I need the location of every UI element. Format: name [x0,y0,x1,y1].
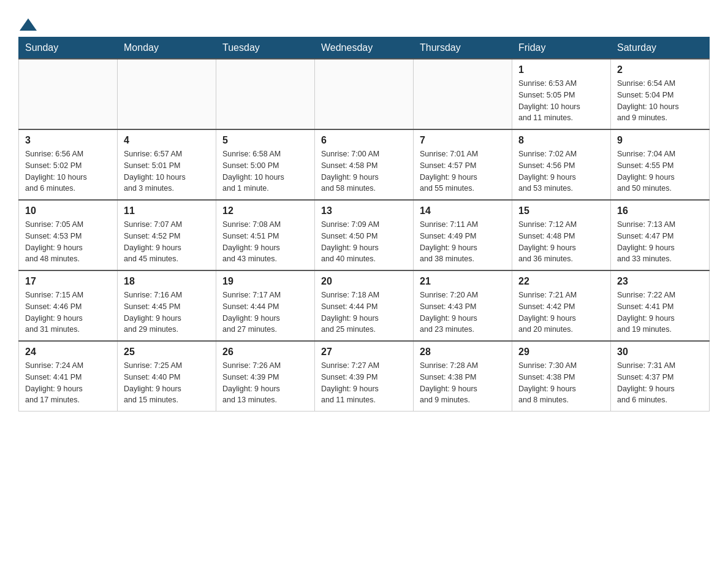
calendar-day-cell: 5Sunrise: 6:58 AMSunset: 5:00 PMDaylight… [216,129,315,200]
calendar-day-cell: 15Sunrise: 7:12 AMSunset: 4:48 PMDayligh… [512,200,611,270]
calendar-week-row: 24Sunrise: 7:24 AMSunset: 4:41 PMDayligh… [19,341,710,412]
day-info: Sunrise: 7:18 AMSunset: 4:44 PMDaylight:… [321,289,407,335]
calendar-day-cell: 12Sunrise: 7:08 AMSunset: 4:51 PMDayligh… [216,200,315,270]
day-number: 14 [420,205,506,216]
calendar-header-sunday: Sunday [19,37,118,59]
day-info: Sunrise: 6:53 AMSunset: 5:05 PMDaylight:… [518,78,604,124]
day-info: Sunrise: 7:12 AMSunset: 4:48 PMDaylight:… [518,219,604,265]
calendar-day-cell: 23Sunrise: 7:22 AMSunset: 4:41 PMDayligh… [611,270,710,341]
day-number: 1 [518,64,604,75]
calendar-header-thursday: Thursday [414,37,512,59]
calendar-day-cell: 30Sunrise: 7:31 AMSunset: 4:37 PMDayligh… [611,341,710,412]
day-number: 5 [222,135,308,146]
calendar-day-cell: 2Sunrise: 6:54 AMSunset: 5:04 PMDaylight… [611,59,710,129]
day-number: 23 [617,276,703,287]
day-number: 30 [617,347,703,358]
day-number: 24 [25,347,111,358]
day-info: Sunrise: 7:15 AMSunset: 4:46 PMDaylight:… [25,289,111,335]
calendar-day-cell: 19Sunrise: 7:17 AMSunset: 4:44 PMDayligh… [216,270,315,341]
day-number: 11 [124,205,210,216]
calendar-day-cell: 4Sunrise: 6:57 AMSunset: 5:01 PMDaylight… [118,129,216,200]
day-number: 19 [222,276,308,287]
calendar-week-row: 10Sunrise: 7:05 AMSunset: 4:53 PMDayligh… [19,200,710,270]
day-info: Sunrise: 7:30 AMSunset: 4:38 PMDaylight:… [518,360,604,406]
day-info: Sunrise: 7:07 AMSunset: 4:52 PMDaylight:… [124,219,210,265]
calendar-day-cell: 18Sunrise: 7:16 AMSunset: 4:45 PMDayligh… [118,270,216,341]
day-number: 13 [321,205,407,216]
day-info: Sunrise: 7:00 AMSunset: 4:58 PMDaylight:… [321,148,407,194]
day-info: Sunrise: 7:22 AMSunset: 4:41 PMDaylight:… [617,289,703,335]
day-number: 2 [617,64,703,75]
calendar-day-cell: 28Sunrise: 7:28 AMSunset: 4:38 PMDayligh… [414,341,512,412]
day-number: 7 [420,135,506,146]
day-info: Sunrise: 7:13 AMSunset: 4:47 PMDaylight:… [617,219,703,265]
day-info: Sunrise: 7:11 AMSunset: 4:49 PMDaylight:… [420,219,506,265]
day-info: Sunrise: 7:09 AMSunset: 4:50 PMDaylight:… [321,219,407,265]
day-number: 25 [124,347,210,358]
calendar-day-cell: 13Sunrise: 7:09 AMSunset: 4:50 PMDayligh… [315,200,414,270]
day-number: 4 [124,135,210,146]
calendar-week-row: 17Sunrise: 7:15 AMSunset: 4:46 PMDayligh… [19,270,710,341]
day-number: 22 [518,276,604,287]
day-info: Sunrise: 7:16 AMSunset: 4:45 PMDaylight:… [124,289,210,335]
day-info: Sunrise: 7:17 AMSunset: 4:44 PMDaylight:… [222,289,308,335]
calendar-day-cell: 10Sunrise: 7:05 AMSunset: 4:53 PMDayligh… [19,200,118,270]
day-info: Sunrise: 6:56 AMSunset: 5:02 PMDaylight:… [25,148,111,194]
calendar-day-cell: 21Sunrise: 7:20 AMSunset: 4:43 PMDayligh… [414,270,512,341]
day-number: 12 [222,205,308,216]
calendar-header-saturday: Saturday [611,37,710,59]
calendar-day-cell [414,59,512,129]
day-number: 6 [321,135,407,146]
day-number: 3 [25,135,111,146]
day-info: Sunrise: 7:05 AMSunset: 4:53 PMDaylight:… [25,219,111,265]
day-info: Sunrise: 6:54 AMSunset: 5:04 PMDaylight:… [617,78,703,124]
day-number: 28 [420,347,506,358]
calendar-day-cell: 1Sunrise: 6:53 AMSunset: 5:05 PMDaylight… [512,59,611,129]
day-number: 17 [25,276,111,287]
page-header [18,12,710,31]
calendar-day-cell [118,59,216,129]
day-number: 27 [321,347,407,358]
calendar-header-monday: Monday [118,37,216,59]
calendar-day-cell: 22Sunrise: 7:21 AMSunset: 4:42 PMDayligh… [512,270,611,341]
day-number: 16 [617,205,703,216]
day-info: Sunrise: 7:20 AMSunset: 4:43 PMDaylight:… [420,289,506,335]
calendar-day-cell: 16Sunrise: 7:13 AMSunset: 4:47 PMDayligh… [611,200,710,270]
day-number: 15 [518,205,604,216]
day-number: 21 [420,276,506,287]
calendar-day-cell: 11Sunrise: 7:07 AMSunset: 4:52 PMDayligh… [118,200,216,270]
calendar-header-tuesday: Tuesday [216,37,315,59]
logo-triangle-icon [20,18,37,31]
calendar-day-cell [216,59,315,129]
day-number: 18 [124,276,210,287]
calendar-day-cell: 9Sunrise: 7:04 AMSunset: 4:55 PMDaylight… [611,129,710,200]
day-info: Sunrise: 7:04 AMSunset: 4:55 PMDaylight:… [617,148,703,194]
calendar-week-row: 3Sunrise: 6:56 AMSunset: 5:02 PMDaylight… [19,129,710,200]
logo [18,18,38,31]
day-info: Sunrise: 7:01 AMSunset: 4:57 PMDaylight:… [420,148,506,194]
day-number: 8 [518,135,604,146]
calendar-table: SundayMondayTuesdayWednesdayThursdayFrid… [18,37,710,412]
day-number: 29 [518,347,604,358]
calendar-day-cell: 25Sunrise: 7:25 AMSunset: 4:40 PMDayligh… [118,341,216,412]
day-number: 10 [25,205,111,216]
calendar-day-cell: 7Sunrise: 7:01 AMSunset: 4:57 PMDaylight… [414,129,512,200]
calendar-header-friday: Friday [512,37,611,59]
day-info: Sunrise: 7:27 AMSunset: 4:39 PMDaylight:… [321,360,407,406]
calendar-day-cell: 14Sunrise: 7:11 AMSunset: 4:49 PMDayligh… [414,200,512,270]
day-info: Sunrise: 7:28 AMSunset: 4:38 PMDaylight:… [420,360,506,406]
day-number: 20 [321,276,407,287]
calendar-day-cell: 20Sunrise: 7:18 AMSunset: 4:44 PMDayligh… [315,270,414,341]
calendar-day-cell: 17Sunrise: 7:15 AMSunset: 4:46 PMDayligh… [19,270,118,341]
calendar-day-cell [315,59,414,129]
calendar-day-cell [19,59,118,129]
day-info: Sunrise: 7:25 AMSunset: 4:40 PMDaylight:… [124,360,210,406]
day-info: Sunrise: 7:26 AMSunset: 4:39 PMDaylight:… [222,360,308,406]
day-info: Sunrise: 7:31 AMSunset: 4:37 PMDaylight:… [617,360,703,406]
calendar-day-cell: 27Sunrise: 7:27 AMSunset: 4:39 PMDayligh… [315,341,414,412]
calendar-week-row: 1Sunrise: 6:53 AMSunset: 5:05 PMDaylight… [19,59,710,129]
calendar-day-cell: 3Sunrise: 6:56 AMSunset: 5:02 PMDaylight… [19,129,118,200]
day-info: Sunrise: 7:21 AMSunset: 4:42 PMDaylight:… [518,289,604,335]
calendar-day-cell: 26Sunrise: 7:26 AMSunset: 4:39 PMDayligh… [216,341,315,412]
calendar-day-cell: 29Sunrise: 7:30 AMSunset: 4:38 PMDayligh… [512,341,611,412]
